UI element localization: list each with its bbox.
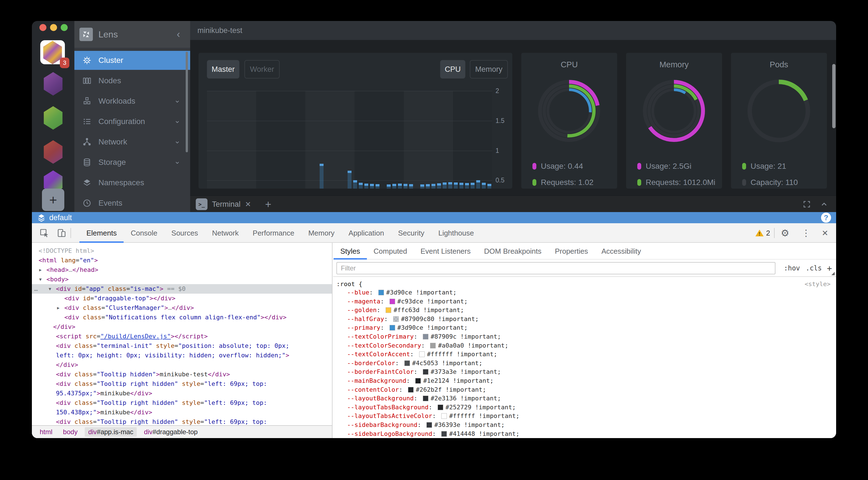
sidebar-scrollbar[interactable] [186, 52, 188, 152]
sidebar-item-configuration[interactable]: Configuration [74, 112, 190, 131]
sidebar-collapse-button[interactable]: ‹ [177, 21, 180, 48]
namespace-label[interactable]: default [49, 212, 72, 223]
sidebar-item-network[interactable]: Network [74, 132, 190, 151]
color-swatch[interactable] [423, 334, 428, 339]
dom-tree[interactable]: <!DOCTYPE html><html lang="en">▶<head>…<… [32, 243, 332, 425]
dom-tree-node[interactable]: <div class="Tooltip right hidden" style=… [32, 417, 332, 425]
terminal-fullscreen-icon[interactable] [803, 200, 811, 208]
css-property[interactable]: --blue: #3d90ce !important; [333, 288, 836, 297]
css-property[interactable]: --borderFaintColor: #373a3e !important; [333, 367, 836, 376]
css-selector[interactable]: :root { [336, 280, 363, 287]
cluster-icon-2[interactable] [42, 106, 64, 130]
styles-tab-properties[interactable]: Properties [548, 243, 595, 260]
chevron-down-icon[interactable] [174, 139, 181, 145]
tab-application[interactable]: Application [341, 223, 391, 243]
cpu-toggle-button[interactable]: CPU [440, 60, 465, 78]
warning-icon[interactable] [755, 229, 764, 238]
dom-tree-node[interactable]: ▶<head>…</head> [32, 265, 332, 275]
toggle-element-classes-button[interactable]: .cls [806, 260, 822, 277]
color-swatch[interactable] [393, 316, 399, 322]
color-swatch[interactable] [404, 361, 410, 366]
sidebar-item-nodes[interactable]: Nodes [74, 71, 190, 90]
color-swatch[interactable] [423, 369, 428, 375]
dom-tree-node[interactable]: 150.438px;">minikube</div> [32, 408, 332, 417]
css-property[interactable]: --textColorAccent: #ffffff !important; [333, 350, 836, 359]
tab-memory[interactable]: Memory [301, 223, 341, 243]
help-icon[interactable]: ? [821, 213, 831, 223]
color-swatch[interactable] [408, 387, 413, 392]
color-swatch[interactable] [419, 351, 425, 357]
warning-count[interactable]: 2 [766, 229, 770, 238]
styles-tab-dom-breakpoints[interactable]: DOM Breakpoints [477, 243, 548, 260]
tab-performance[interactable]: Performance [246, 223, 302, 243]
settings-gear-icon[interactable]: ⚙ [781, 228, 789, 239]
breadcrumb-item[interactable]: div#draggable-top [141, 427, 201, 437]
styles-tab-event-listeners[interactable]: Event Listeners [414, 243, 477, 260]
css-property[interactable]: --sidebarLogoBackground: #414448 !import… [333, 430, 836, 438]
breadcrumb-item[interactable]: body [60, 427, 81, 437]
dom-tree-node[interactable]: <script src="/build/LensDev.js"></script… [32, 332, 332, 341]
cluster-icon-3[interactable] [42, 140, 64, 164]
color-swatch[interactable] [415, 378, 421, 384]
toggle-pseudo-classes-button[interactable]: :hov [784, 260, 800, 277]
dom-tree-selected-node[interactable]: …▼<div id="app" class="is-mac"> == $0 [32, 284, 332, 294]
dom-tree-node[interactable]: <div class="Tooltip right hidden" style=… [32, 379, 332, 389]
css-property[interactable]: --borderColor: #4c5053 !important; [333, 359, 836, 368]
add-cluster-button[interactable]: + [42, 188, 64, 211]
dom-tree-node[interactable]: ▶<div class="ClusterManager">…</div> [32, 303, 332, 313]
inspect-element-icon[interactable] [39, 228, 49, 238]
dom-tree-node[interactable]: </div> [32, 360, 332, 370]
styles-tab-computed[interactable]: Computed [367, 243, 414, 260]
css-property[interactable]: --textColorPrimary: #87909c !important; [333, 332, 836, 341]
color-swatch[interactable] [385, 307, 391, 313]
traffic-light-minimize-button[interactable] [50, 24, 57, 31]
dom-tree-node[interactable]: <div class="Notifications flex column al… [32, 313, 332, 322]
color-swatch[interactable] [378, 290, 384, 295]
tab-sources[interactable]: Sources [164, 223, 205, 243]
memory-toggle-button[interactable]: Memory [470, 60, 508, 78]
dom-tree-node[interactable]: <div class="Tooltip hidden">minikube-tes… [32, 370, 332, 379]
css-property[interactable]: --golden: #ffc63d !important; [333, 306, 836, 315]
dom-tree-node[interactable]: <div class="terminal-init" style="positi… [32, 341, 332, 351]
cluster-icon-1[interactable] [42, 72, 64, 96]
tab-lighthouse[interactable]: Lighthouse [431, 223, 481, 243]
terminal-add-icon[interactable]: + [265, 196, 271, 213]
sidebar-item-workloads[interactable]: Workloads [74, 92, 190, 111]
breadcrumb-item[interactable]: html [36, 427, 56, 437]
css-property[interactable]: --layoutTabsActiveColor: #ffffff !import… [333, 412, 836, 420]
dom-tree-node[interactable]: left: 0px; height: 0px; visibility: hidd… [32, 351, 332, 360]
css-property[interactable]: --textColorSecondary: #a0a0a0 !important… [333, 341, 836, 350]
color-swatch[interactable] [390, 299, 395, 304]
sidebar-item-namespaces[interactable]: Namespaces [74, 173, 190, 192]
dom-tree-node[interactable]: </div> [32, 322, 332, 332]
css-property[interactable]: --magenta: #c93dce !important; [333, 297, 836, 306]
dashboard-scrollbar[interactable] [832, 64, 836, 128]
css-property[interactable]: --layoutBackground: #2e3136 !important; [333, 394, 836, 403]
color-swatch[interactable] [427, 422, 432, 428]
color-swatch[interactable] [441, 413, 447, 419]
color-swatch[interactable] [430, 343, 436, 348]
stylesheet-source-link[interactable]: <style> [805, 279, 831, 290]
tab-elements[interactable]: Elements [80, 223, 124, 243]
worker-toggle-button[interactable]: Worker [244, 60, 280, 78]
css-property[interactable]: --contentColor: #262b2f !important; [333, 385, 836, 394]
chevron-down-icon[interactable] [174, 159, 181, 166]
color-swatch[interactable] [423, 396, 428, 401]
chevron-down-icon[interactable] [174, 98, 181, 105]
styles-tab-styles[interactable]: Styles [334, 243, 367, 260]
color-swatch[interactable] [441, 431, 447, 437]
sidebar-item-events[interactable]: Events [74, 194, 190, 213]
breadcrumb-item[interactable]: div#app.is-mac [85, 427, 136, 437]
color-swatch[interactable] [438, 405, 443, 410]
terminal-close-icon[interactable]: ✕ [245, 196, 251, 213]
tab-console[interactable]: Console [124, 223, 164, 243]
terminal-expand-icon[interactable] [820, 200, 828, 208]
tab-security[interactable]: Security [391, 223, 432, 243]
css-property[interactable]: --halfGray: #87909c80 !important; [333, 315, 836, 323]
tab-network[interactable]: Network [205, 223, 246, 243]
styles-filter-input[interactable] [336, 262, 775, 274]
traffic-light-zoom-button[interactable] [61, 24, 68, 31]
device-toolbar-icon[interactable] [57, 228, 67, 238]
css-property[interactable]: --sidebarBackground: #36393e !important; [333, 420, 836, 430]
traffic-light-close-button[interactable] [39, 24, 46, 31]
